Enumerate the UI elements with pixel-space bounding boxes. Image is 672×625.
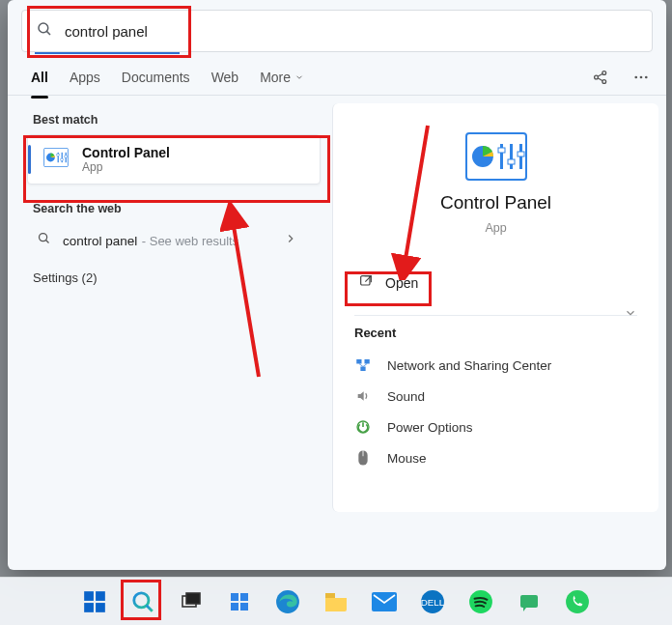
control-panel-icon	[43, 148, 69, 171]
recent-item-power[interactable]: Power Options	[354, 412, 637, 442]
web-hint-text: - See web results	[142, 234, 238, 248]
svg-rect-25	[498, 148, 505, 153]
svg-point-0	[39, 23, 48, 33]
file-explorer-button[interactable]	[317, 582, 355, 621]
svg-rect-43	[84, 603, 94, 612]
svg-line-34	[363, 364, 367, 367]
svg-text:DELL: DELL	[421, 597, 445, 608]
svg-rect-30	[356, 359, 361, 364]
mouse-icon	[354, 449, 372, 467]
spotify-button[interactable]	[462, 582, 500, 621]
svg-rect-15	[57, 154, 60, 156]
search-web-label: Search the web	[33, 202, 332, 215]
svg-rect-41	[84, 591, 94, 601]
svg-rect-13	[62, 153, 63, 162]
tab-all[interactable]: All	[31, 70, 48, 85]
recent-item-mouse[interactable]: Mouse	[354, 442, 637, 473]
svg-rect-27	[518, 152, 524, 156]
svg-point-8	[640, 76, 643, 79]
svg-line-1	[46, 31, 50, 35]
svg-rect-44	[96, 603, 105, 612]
search-bar[interactable]	[21, 10, 653, 52]
start-button[interactable]	[75, 582, 114, 621]
task-view-button[interactable]	[172, 582, 210, 621]
tab-web[interactable]: Web	[211, 70, 239, 85]
web-search-result[interactable]: control panel - See web results	[27, 223, 307, 257]
category-tabs: All Apps Documents Web More	[8, 54, 666, 96]
windows-search-panel: All Apps Documents Web More Best match	[8, 0, 666, 570]
recent-item-label: Power Options	[387, 420, 473, 435]
svg-line-6	[598, 78, 602, 81]
result-preview-pane: Control Panel App Open	[332, 103, 658, 512]
taskbar: DELL	[0, 577, 672, 625]
svg-rect-48	[186, 593, 200, 604]
svg-rect-17	[65, 156, 68, 157]
tab-more-label: More	[260, 70, 291, 85]
svg-point-18	[40, 234, 47, 241]
best-match-text: Control Panel App	[82, 145, 170, 174]
chevron-down-icon[interactable]	[624, 306, 637, 324]
widgets-button[interactable]	[220, 582, 259, 621]
more-options-icon[interactable]	[631, 68, 651, 87]
divider	[354, 315, 637, 316]
svg-line-19	[46, 241, 49, 243]
recent-item-label: Mouse	[387, 451, 427, 466]
svg-rect-49	[231, 593, 238, 601]
svg-rect-28	[361, 276, 370, 285]
recent-item-sound[interactable]: Sound	[354, 381, 637, 412]
svg-point-45	[134, 592, 149, 607]
svg-rect-31	[365, 359, 370, 364]
tab-apps[interactable]: Apps	[70, 70, 100, 85]
search-icon	[37, 231, 51, 249]
search-input[interactable]	[63, 22, 638, 41]
chevron-right-icon	[284, 232, 297, 249]
svg-rect-32	[360, 367, 365, 372]
svg-line-5	[598, 73, 602, 76]
best-match-label: Best match	[33, 113, 332, 127]
svg-point-60	[566, 590, 589, 613]
search-bar-container	[8, 0, 666, 54]
open-button[interactable]: Open	[354, 268, 437, 298]
svg-rect-59	[520, 595, 538, 608]
app-hero: Control Panel App	[354, 123, 637, 235]
recent-item-label: Network and Sharing Center	[387, 358, 551, 373]
search-button[interactable]	[124, 582, 162, 621]
svg-rect-51	[231, 603, 238, 611]
svg-rect-26	[508, 159, 515, 164]
edge-button[interactable]	[268, 582, 307, 621]
svg-rect-55	[372, 592, 397, 611]
preview-app-name: Control Panel	[440, 192, 551, 213]
svg-rect-54	[325, 593, 335, 598]
preview-app-kind: App	[485, 221, 506, 235]
network-icon	[354, 356, 372, 374]
svg-line-33	[359, 364, 363, 367]
recent-label: Recent	[354, 326, 637, 340]
settings-results[interactable]: Settings (2)	[27, 257, 332, 298]
open-external-icon	[358, 273, 374, 292]
svg-point-9	[645, 76, 648, 79]
recent-item-label: Sound	[387, 389, 425, 404]
open-label: Open	[385, 275, 418, 291]
whatsapp-button[interactable]	[558, 582, 597, 621]
best-match-result[interactable]: Control Panel App	[27, 134, 321, 185]
web-query-text: control panel	[63, 234, 137, 248]
svg-rect-16	[61, 158, 64, 160]
dell-app-button[interactable]: DELL	[413, 582, 452, 621]
share-icon[interactable]	[591, 68, 610, 87]
svg-rect-52	[240, 603, 248, 611]
sound-icon	[354, 387, 372, 405]
svg-point-7	[634, 76, 637, 79]
best-match-title: Control Panel	[82, 145, 170, 160]
tab-more[interactable]: More	[260, 70, 304, 85]
power-icon	[354, 418, 372, 436]
svg-rect-50	[240, 593, 248, 601]
chevron-down-icon	[294, 70, 304, 85]
mail-button[interactable]	[365, 582, 404, 621]
control-panel-icon	[465, 132, 527, 185]
teams-button[interactable]	[510, 582, 548, 621]
best-match-subtitle: App	[82, 160, 170, 174]
results-left-pane: Best match	[8, 96, 332, 570]
recent-item-network[interactable]: Network and Sharing Center	[354, 350, 637, 381]
tab-documents[interactable]: Documents	[122, 70, 190, 85]
svg-rect-42	[96, 591, 105, 601]
